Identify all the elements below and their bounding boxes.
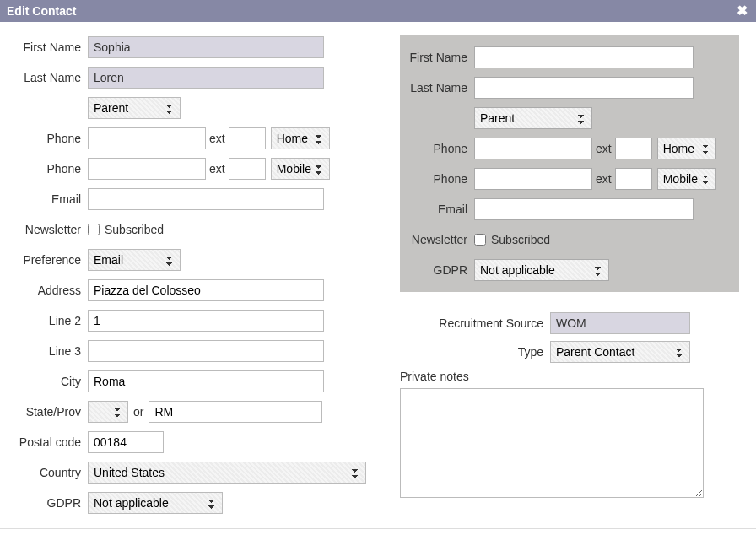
p-phonetype2-select[interactable]: Mobile [657,168,716,190]
or-label: or [133,405,143,419]
last-name-label: Last Name [17,71,88,84]
type-select[interactable]: Parent Contact [550,341,690,363]
gdpr-select[interactable]: Not applicable [88,492,223,514]
phone2-input[interactable] [88,158,206,180]
address-input[interactable] [88,279,324,301]
phone2-label: Phone [17,162,88,176]
recruitment-source-label: Recruitment Source [400,316,550,330]
recruitment-source-field[interactable]: WOM [550,312,690,334]
preference-select[interactable]: Email [88,249,181,271]
p-phone1-input[interactable] [474,138,592,159]
city-input[interactable] [88,370,324,392]
ext1-input[interactable] [229,127,266,149]
p-email-label: Email [407,203,474,216]
p-subscribed-label: Subscribed [491,233,550,246]
p-subscribed-checkbox[interactable] [474,234,486,246]
p-newsletter-label: Newsletter [407,233,474,246]
p-ext1-label: ext [596,142,612,155]
p-phone2-input[interactable] [474,168,592,190]
newsletter-label: Newsletter [17,223,88,236]
country-select[interactable]: United States [88,462,366,484]
phone1-input[interactable] [88,127,206,149]
email-label: Email [17,192,88,206]
type-label: Type [400,345,550,359]
p-phone1-label: Phone [407,142,474,155]
ext2-input[interactable] [229,158,266,180]
p-phonetype1-select[interactable]: Home [657,138,716,159]
last-name-field[interactable]: Loren [88,67,324,89]
dialog-titlebar: Edit Contact ✖ [0,0,756,22]
preference-label: Preference [17,253,88,267]
left-column: First Name Sophia Last Name Loren Parent… [17,35,366,521]
postal-label: Postal code [17,435,88,449]
city-label: City [17,375,88,388]
p-first-name-input[interactable] [474,46,694,68]
postal-input[interactable] [88,431,164,453]
secondary-contact-panel: First Name Last Name Parent Phone ext [400,35,739,292]
edit-contact-dialog: Edit Contact ✖ First Name Sophia Last Na… [0,0,756,535]
p-phone2-label: Phone [407,172,474,186]
p-ext2-input[interactable] [615,168,652,190]
subscribed-checkbox[interactable] [88,224,100,235]
first-name-label: First Name [17,41,88,54]
dialog-footer: Cancel Save Contact [0,529,756,535]
email-input[interactable] [88,188,324,210]
right-column: First Name Last Name Parent Phone ext [400,35,739,500]
private-notes-textarea[interactable] [400,388,704,498]
p-email-input[interactable] [474,198,694,220]
dialog-title: Edit Contact [7,0,76,22]
private-notes-label: Private notes [400,370,739,383]
ext2-label: ext [209,162,225,176]
close-icon[interactable]: ✖ [737,0,748,22]
state-label: State/Prov [17,405,88,419]
p-gdpr-select[interactable]: Not applicable [474,259,609,281]
line3-label: Line 3 [17,344,88,358]
p-last-name-label: Last Name [407,81,474,95]
line2-input[interactable] [88,310,324,332]
p-ext1-input[interactable] [615,138,652,159]
ext1-label: ext [209,132,225,145]
p-last-name-input[interactable] [474,77,694,99]
relationship-select[interactable]: Parent [88,97,181,119]
address-label: Address [17,284,88,297]
subscribed-label: Subscribed [105,223,164,236]
state-select[interactable] [88,401,128,423]
gdpr-label: GDPR [17,496,88,510]
phone1-label: Phone [17,132,88,145]
phonetype1-select[interactable]: Home [271,127,330,149]
line3-input[interactable] [88,340,324,362]
phonetype2-select[interactable]: Mobile [271,158,330,180]
country-label: Country [17,466,88,479]
p-gdpr-label: GDPR [407,263,474,277]
p-ext2-label: ext [596,172,612,186]
p-relationship-select[interactable]: Parent [474,107,592,129]
state-text-input[interactable] [148,401,322,423]
p-first-name-label: First Name [407,51,474,64]
line2-label: Line 2 [17,314,88,327]
first-name-field[interactable]: Sophia [88,36,324,58]
